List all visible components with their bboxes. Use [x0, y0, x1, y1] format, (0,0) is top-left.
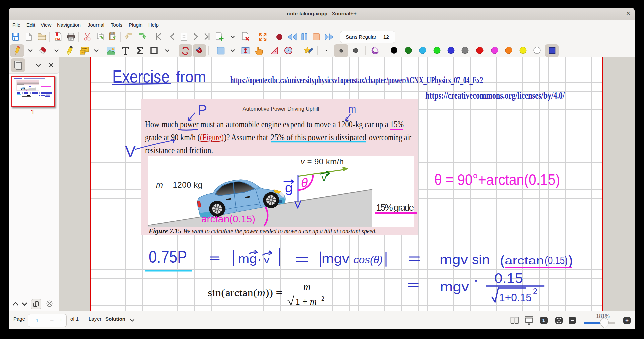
- svg-text:m: m: [303, 281, 311, 292]
- svg-text:mg: mg: [238, 252, 257, 266]
- svg-text:0.15: 0.15: [494, 270, 523, 286]
- svg-text:m: m: [349, 103, 356, 115]
- svg-text:θ: θ: [301, 176, 308, 190]
- svg-text:P: P: [198, 102, 207, 118]
- svg-text:1234: 1234: [81, 51, 86, 54]
- svg-text:): ): [568, 252, 573, 268]
- svg-text:How much power must an automob: How much power must an automobile engine…: [145, 119, 404, 129]
- svg-text:https://creativecommons.org/li: https://creativecommons.org/licenses/by/…: [425, 90, 565, 101]
- svg-text:1 + m: 1 + m: [295, 296, 317, 307]
- svg-text:(: (: [500, 252, 505, 268]
- svg-text:mgv: mgv: [440, 279, 469, 294]
- svg-text:v: v: [322, 173, 326, 183]
- svg-text:We want to calculate the power: We want to calculate the power needed to…: [183, 227, 377, 235]
- svg-text:Figure 7.15: Figure 7.15: [148, 227, 181, 235]
- svg-text:Automotive Power Driving Uphil: Automotive Power Driving Uphill: [243, 106, 319, 112]
- svg-text:v: v: [264, 254, 270, 265]
- svg-text:g: g: [285, 180, 293, 195]
- svg-text:PDF: PDF: [55, 37, 61, 40]
- svg-text:arctan(0.15): arctan(0.15): [201, 213, 255, 224]
- svg-text:arctan: arctan: [505, 254, 544, 267]
- svg-text:0.75P: 0.75P: [149, 248, 187, 266]
- svg-text:θ = 90°+arctan(0.15): θ = 90°+arctan(0.15): [434, 171, 560, 188]
- svg-text:2: 2: [533, 287, 537, 296]
- svg-text:1+0.15: 1+0.15: [499, 291, 532, 304]
- svg-text:resistance and friction.: resistance and friction.: [145, 145, 213, 155]
- svg-text:from: from: [176, 68, 206, 86]
- svg-text:sin(arctan(m)) =: sin(arctan(m)) =: [208, 287, 282, 298]
- svg-text:2: 2: [321, 295, 324, 302]
- svg-text:(0.15): (0.15): [545, 254, 568, 266]
- svg-text:overcoming air: overcoming air: [369, 132, 411, 142]
- svg-text:https://opentextbc.ca/universi: https://opentextbc.ca/universityphysicsv…: [230, 75, 483, 85]
- svg-text:25% of this power is dissipate: 25% of this power is dissipated: [271, 132, 366, 142]
- svg-text:)? Assume that: )? Assume that: [224, 132, 268, 142]
- svg-text:mgv: mgv: [440, 253, 468, 267]
- svg-text:V: V: [125, 143, 136, 160]
- svg-text:cos(θ): cos(θ): [353, 254, 383, 266]
- svg-text:sin: sin: [472, 253, 490, 267]
- svg-text:mgv: mgv: [322, 252, 349, 266]
